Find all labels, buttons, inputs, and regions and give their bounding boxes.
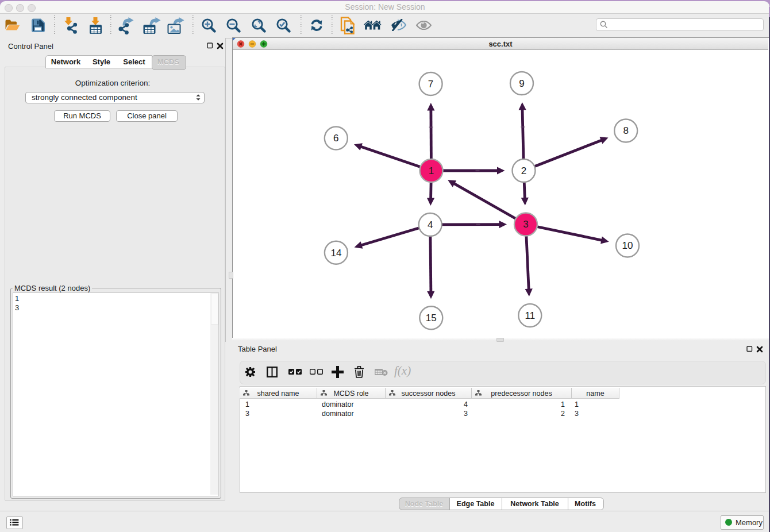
svg-text:3: 3 — [523, 219, 528, 230]
svg-text:4: 4 — [428, 219, 433, 230]
svg-text:6: 6 — [333, 133, 338, 144]
svg-text:11: 11 — [525, 310, 535, 321]
svg-text:8: 8 — [623, 125, 628, 136]
svg-text:2: 2 — [521, 165, 526, 176]
svg-text:9: 9 — [519, 78, 524, 89]
svg-text:14: 14 — [330, 248, 341, 259]
svg-text:1: 1 — [429, 165, 434, 176]
svg-text:15: 15 — [426, 313, 437, 323]
svg-text:10: 10 — [622, 240, 633, 251]
svg-text:7: 7 — [428, 79, 433, 90]
